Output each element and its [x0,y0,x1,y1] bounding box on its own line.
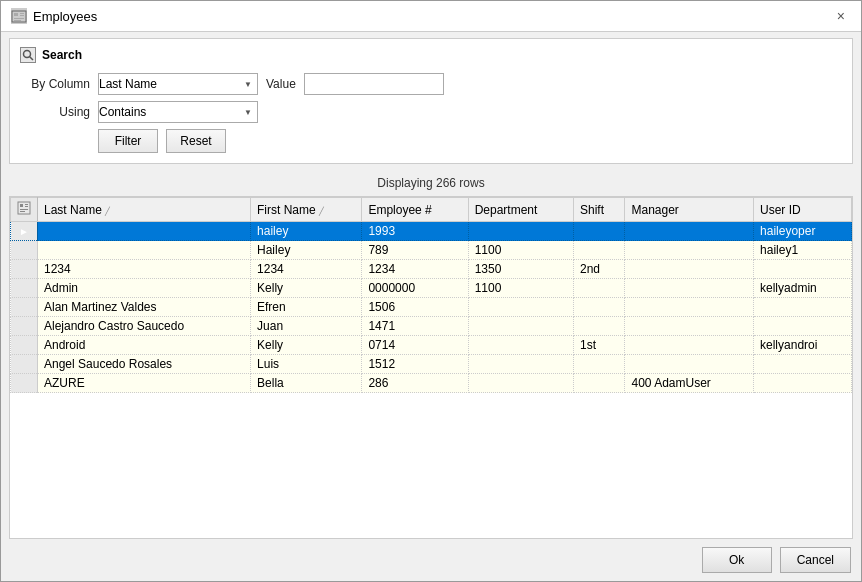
user-id-cell [754,355,852,374]
column-select-wrapper: Last Name First Name Employee # Departme… [98,73,258,95]
employees-table: Last Name ╱ First Name ╱ Employee # Depa… [10,197,852,393]
manager-cell [625,222,754,241]
table-row[interactable]: ►hailey1993haileyoper [11,222,852,241]
table-row[interactable]: AdminKelly00000001100kellyadmin [11,279,852,298]
last-name-cell [38,241,251,260]
manager-cell [625,336,754,355]
svg-rect-13 [20,211,25,212]
svg-rect-10 [25,204,28,205]
reset-button[interactable]: Reset [166,129,226,153]
shift-cell [573,355,625,374]
svg-line-7 [30,57,34,61]
first-name-cell: 1234 [251,260,362,279]
employees-dialog: Employees × Search By Column Last Name F… [0,0,862,582]
table-body: ►hailey1993haileyoperHailey7891100hailey… [11,222,852,393]
last-name-sort-icon: ╱ [105,207,110,216]
shift-cell [573,374,625,393]
table-row[interactable]: Hailey7891100hailey1 [11,241,852,260]
table-row[interactable]: AndroidKelly07141stkellyandroi [11,336,852,355]
employee-num-cell: 1993 [362,222,468,241]
department-cell: 1350 [468,260,573,279]
shift-cell: 1st [573,336,625,355]
using-select-wrapper: Contains Starts With Ends With Equals [98,101,258,123]
row-indicator [11,355,38,374]
last-name-cell: Android [38,336,251,355]
employee-num-cell: 1234 [362,260,468,279]
svg-rect-8 [18,202,30,214]
cancel-button[interactable]: Cancel [780,547,851,573]
first-name-cell: Hailey [251,241,362,260]
row-indicator [11,279,38,298]
department-cell [468,374,573,393]
svg-rect-1 [14,13,18,16]
title-bar-left: Employees [11,8,97,24]
search-icon [20,47,36,63]
first-name-cell: Bella [251,374,362,393]
manager-cell [625,260,754,279]
last-name-cell: Admin [38,279,251,298]
last-name-cell: 1234 [38,260,251,279]
manager-cell [625,355,754,374]
last-name-cell [38,222,251,241]
th-last-name[interactable]: Last Name ╱ [38,198,251,222]
shift-cell: 2nd [573,260,625,279]
svg-rect-11 [25,206,28,207]
th-first-name[interactable]: First Name ╱ [251,198,362,222]
first-name-sort-icon: ╱ [319,207,324,216]
using-label: Using [20,105,90,119]
manager-cell [625,279,754,298]
th-manager[interactable]: Manager [625,198,754,222]
table-row[interactable]: Angel Saucedo RosalesLuis1512 [11,355,852,374]
row-indicator: ► [11,222,38,241]
user-id-cell [754,260,852,279]
user-id-cell: hailey1 [754,241,852,260]
svg-rect-4 [14,18,24,19]
th-department[interactable]: Department [468,198,573,222]
first-name-cell: Kelly [251,279,362,298]
using-select[interactable]: Contains Starts With Ends With Equals [98,101,258,123]
employee-num-cell: 789 [362,241,468,260]
department-cell: 1100 [468,279,573,298]
shift-cell [573,241,625,260]
svg-rect-12 [20,209,28,210]
manager-cell [625,298,754,317]
svg-rect-3 [20,15,24,16]
employee-num-cell: 286 [362,374,468,393]
th-employee-num[interactable]: Employee # [362,198,468,222]
row-indicator [11,298,38,317]
using-row: Using Contains Starts With Ends With Equ… [20,101,842,123]
first-name-cell: Kelly [251,336,362,355]
last-name-cell: Alejandro Castro Saucedo [38,317,251,336]
row-indicator [11,374,38,393]
th-shift[interactable]: Shift [573,198,625,222]
last-name-cell: Angel Saucedo Rosales [38,355,251,374]
row-indicator [11,336,38,355]
first-name-cell: Efren [251,298,362,317]
by-column-label: By Column [20,77,90,91]
department-cell [468,355,573,374]
last-name-cell: Alan Martinez Valdes [38,298,251,317]
filter-button[interactable]: Filter [98,129,158,153]
table-row[interactable]: Alejandro Castro SaucedoJuan1471 [11,317,852,336]
dialog-icon [11,8,27,24]
table-row[interactable]: AZUREBella286400 AdamUser [11,374,852,393]
column-select[interactable]: Last Name First Name Employee # Departme… [98,73,258,95]
table-row[interactable]: 12341234123413502nd [11,260,852,279]
value-input[interactable] [304,73,444,95]
search-panel-header: Search [20,47,842,63]
by-column-row: By Column Last Name First Name Employee … [20,73,842,95]
department-cell [468,317,573,336]
table-container[interactable]: Last Name ╱ First Name ╱ Employee # Depa… [9,196,853,539]
title-bar: Employees × [1,1,861,32]
row-indicator-arrow: ► [19,226,29,237]
user-id-cell [754,374,852,393]
row-indicator [11,260,38,279]
ok-button[interactable]: Ok [702,547,772,573]
close-button[interactable]: × [831,7,851,25]
dialog-title: Employees [33,9,97,24]
th-user-id[interactable]: User ID [754,198,852,222]
user-id-cell [754,298,852,317]
user-id-cell: kellyandroi [754,336,852,355]
table-row[interactable]: Alan Martinez ValdesEfren1506 [11,298,852,317]
search-label: Search [42,48,82,62]
